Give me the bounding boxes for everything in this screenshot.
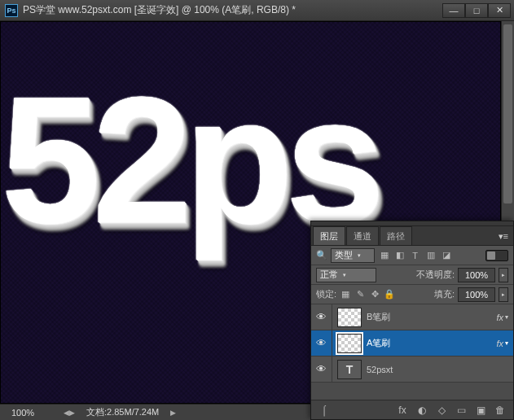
- lock-label: 锁定:: [316, 288, 336, 300]
- new-layer-icon[interactable]: ▣: [474, 404, 487, 417]
- minimize-button[interactable]: —: [442, 3, 465, 18]
- fx-expand-icon[interactable]: ▾: [505, 339, 508, 347]
- panel-menu-icon[interactable]: ▾≡: [494, 228, 513, 245]
- document-info: 文档:2.85M/7.24M: [86, 406, 159, 418]
- layer-name[interactable]: 52psxt: [367, 365, 508, 374]
- layer-row[interactable]: 👁 T 52psxt: [311, 357, 513, 383]
- trash-icon[interactable]: 🗑: [494, 404, 507, 417]
- lock-all-icon[interactable]: 🔒: [384, 289, 395, 300]
- blend-mode-label: 正常: [320, 269, 338, 281]
- adjustment-layer-icon[interactable]: ◇: [435, 404, 448, 417]
- fill-input[interactable]: 100%: [458, 287, 495, 302]
- lock-position-icon[interactable]: ✥: [369, 289, 380, 300]
- fx-expand-icon[interactable]: ▾: [505, 313, 508, 321]
- blend-row: 正常 ▾ 不透明度: 100% ▸: [311, 265, 513, 285]
- maximize-button[interactable]: □: [465, 3, 488, 18]
- layers-panel: 图层 通道 路径 ▾≡ 🔍 类型 ▾ ▦ ◧ T ▥ ◪ 正常 ▾ 不透明度: …: [310, 221, 514, 420]
- filter-text-icon[interactable]: T: [409, 249, 421, 261]
- window-title: PS学堂 www.52psxt.com [圣诞字效] @ 100% (A笔刷, …: [23, 3, 442, 17]
- titlebar: Ps PS学堂 www.52psxt.com [圣诞字效] @ 100% (A笔…: [0, 0, 514, 21]
- fx-badge[interactable]: fx: [496, 339, 503, 348]
- layers-list: 👁 B笔刷 fx ▾ 👁 A笔刷 fx ▾ 👁 T 52psxt: [311, 304, 513, 400]
- lock-transparency-icon[interactable]: ▦: [340, 289, 351, 300]
- layer-thumbnail[interactable]: [337, 334, 362, 353]
- link-layers-icon[interactable]: ⌠: [318, 404, 331, 417]
- tab-channels[interactable]: 通道: [346, 226, 379, 245]
- visibility-icon[interactable]: 👁: [311, 330, 332, 356]
- filter-toggle[interactable]: [485, 250, 508, 261]
- layer-name[interactable]: A笔刷: [367, 337, 496, 349]
- chevron-down-icon: ▾: [343, 272, 346, 278]
- panel-tabs: 图层 通道 路径 ▾≡: [311, 226, 513, 246]
- tab-paths[interactable]: 路径: [380, 226, 412, 245]
- filter-shape-icon[interactable]: ▥: [424, 249, 437, 261]
- fill-label: 填充:: [434, 288, 455, 300]
- layer-thumbnail[interactable]: [337, 308, 362, 327]
- filter-type-dropdown[interactable]: 类型 ▾: [331, 248, 375, 263]
- filter-row: 🔍 类型 ▾ ▦ ◧ T ▥ ◪: [311, 246, 513, 265]
- fx-badge[interactable]: fx: [496, 313, 503, 322]
- opacity-input[interactable]: 100%: [458, 268, 495, 282]
- opacity-label: 不透明度:: [416, 269, 455, 281]
- close-button[interactable]: ✕: [488, 3, 511, 18]
- visibility-icon[interactable]: 👁: [311, 304, 332, 330]
- filter-adjust-icon[interactable]: ◧: [393, 249, 406, 261]
- layer-fx-icon[interactable]: fx: [396, 404, 409, 417]
- zoom-menu-icon[interactable]: ◀▶: [64, 409, 75, 417]
- docinfo-menu-icon[interactable]: ▶: [170, 409, 176, 417]
- filter-pixel-icon[interactable]: ▦: [378, 249, 390, 261]
- chevron-down-icon: ▾: [358, 252, 361, 259]
- layer-thumbnail-text[interactable]: T: [337, 360, 362, 379]
- zoom-level[interactable]: 100%: [11, 408, 52, 418]
- lock-pixels-icon[interactable]: ✎: [354, 289, 366, 300]
- filter-type-label: 类型: [335, 249, 353, 261]
- app-logo: Ps: [5, 4, 18, 17]
- layer-mask-icon[interactable]: ◐: [415, 404, 428, 417]
- folder-icon[interactable]: ▭: [455, 404, 468, 417]
- tab-layers[interactable]: 图层: [313, 226, 345, 245]
- layer-name[interactable]: B笔刷: [367, 311, 496, 323]
- blend-mode-dropdown[interactable]: 正常 ▾: [316, 268, 376, 282]
- layer-row[interactable]: 👁 B笔刷 fx ▾: [311, 304, 513, 330]
- panel-footer: ⌠ fx ◐ ◇ ▭ ▣ 🗑: [311, 400, 513, 419]
- opacity-caret-icon[interactable]: ▸: [499, 268, 508, 282]
- scrollbar-thumb[interactable]: [503, 24, 512, 203]
- filter-smart-icon[interactable]: ◪: [440, 249, 452, 261]
- layer-row[interactable]: 👁 A笔刷 fx ▾: [311, 330, 513, 357]
- fill-caret-icon[interactable]: ▸: [499, 287, 508, 302]
- visibility-icon[interactable]: 👁: [311, 357, 332, 382]
- lock-row: 锁定: ▦ ✎ ✥ 🔒 填充: 100% ▸: [311, 285, 513, 304]
- search-icon[interactable]: 🔍: [316, 250, 327, 261]
